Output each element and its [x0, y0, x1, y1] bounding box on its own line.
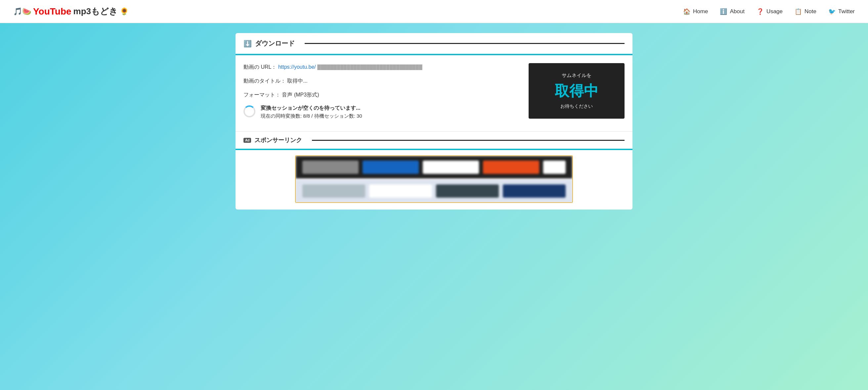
home-icon: 🏠: [683, 8, 690, 15]
sponsor-section-header: Ad スポンサーリンク: [236, 131, 632, 150]
ad-block-1: [302, 161, 359, 174]
title-label: 動画のタイトル：: [244, 78, 286, 84]
download-section-title: ダウンロード: [255, 39, 295, 48]
logo-icon-right: 🌻: [120, 7, 129, 16]
nav-home[interactable]: 🏠 Home: [683, 8, 708, 15]
nav-usage[interactable]: ❓ Usage: [756, 8, 783, 15]
title-value: 取得中...: [287, 78, 307, 84]
nav-note-label: Note: [805, 8, 816, 15]
waiting-detail: 現在の同時変換数: 8/8 / 待機セッション数: 30: [261, 113, 362, 119]
url-row: 動画の URL： https://youtu.be/ █████████████…: [244, 63, 522, 71]
logo: 🎵🍉 YouTube mp3もどき 🌻: [13, 6, 129, 17]
ad-block-6: [302, 185, 365, 198]
nav-about[interactable]: ℹ️ About: [720, 8, 744, 15]
loading-spinner: [244, 105, 255, 117]
url-label: 動画の URL：: [244, 64, 277, 70]
download-section-header: ⬇️ ダウンロード: [236, 33, 632, 55]
note-icon: 📋: [795, 8, 802, 15]
format-value: 音声 (MP3形式): [282, 92, 319, 98]
nav-about-label: About: [730, 8, 744, 15]
url-blurred: ████████████████████████████████: [317, 64, 422, 70]
nav-twitter-label: Twitter: [838, 8, 855, 15]
about-icon: ℹ️: [720, 8, 727, 15]
nav-twitter[interactable]: 🐦 Twitter: [828, 8, 855, 15]
logo-sub: mp3もどき: [73, 6, 118, 17]
main-nav: 🏠 Home ℹ️ About ❓ Usage 📋 Note 🐦 Twitter: [683, 8, 855, 15]
ad-block-4: [483, 161, 539, 174]
ad-row-2: [296, 180, 572, 202]
content-card: ⬇️ ダウンロード 動画の URL： https://youtu.be/ ███…: [236, 33, 632, 209]
main-wrapper: ⬇️ ダウンロード 動画の URL： https://youtu.be/ ███…: [0, 23, 868, 220]
thumbnail-main-text: 取得中: [555, 81, 598, 101]
sponsor-divider: [312, 140, 624, 141]
section-divider: [305, 43, 624, 44]
ad-container[interactable]: [295, 155, 573, 203]
logo-icon-left: 🎵🍉: [13, 7, 31, 16]
usage-icon: ❓: [756, 8, 764, 15]
thumbnail-wait-text: お待ちください: [560, 103, 593, 109]
url-value[interactable]: https://youtu.be/: [278, 64, 316, 70]
download-details: 動画の URL： https://youtu.be/ █████████████…: [244, 63, 522, 126]
header: 🎵🍉 YouTube mp3もどき 🌻 🏠 Home ℹ️ About ❓ Us…: [0, 0, 868, 23]
download-info: 動画の URL： https://youtu.be/ █████████████…: [236, 55, 632, 131]
thumbnail-subtitle: サムネイルを: [562, 72, 591, 79]
format-label: フォーマット：: [244, 92, 280, 98]
thumbnail-box: サムネイルを 取得中 お待ちください: [529, 63, 624, 119]
ad-block-8: [436, 185, 499, 198]
sponsor-title: スポンサーリンク: [254, 136, 302, 144]
ad-inner: [296, 156, 572, 202]
ad-block-2: [363, 161, 419, 174]
nav-usage-label: Usage: [767, 8, 783, 15]
title-row: 動画のタイトル： 取得中...: [244, 77, 522, 85]
ad-badge: Ad: [244, 138, 251, 143]
format-row: フォーマット： 音声 (MP3形式): [244, 91, 522, 99]
twitter-icon: 🐦: [828, 8, 836, 15]
ad-block-3: [423, 161, 479, 174]
ad-area: [236, 150, 632, 209]
nav-home-label: Home: [693, 8, 708, 15]
waiting-title: 変換セッションが空くのを待っています...: [261, 105, 362, 112]
waiting-area: 変換セッションが空くのを待っています... 現在の同時変換数: 8/8 / 待機…: [244, 105, 522, 121]
ad-block-5: [543, 161, 566, 174]
waiting-text: 変換セッションが空くのを待っています... 現在の同時変換数: 8/8 / 待機…: [261, 105, 362, 121]
logo-youtube: YouTube: [33, 6, 71, 17]
nav-note[interactable]: 📋 Note: [795, 8, 816, 15]
ad-block-7: [369, 185, 432, 198]
download-icon: ⬇️: [244, 40, 252, 47]
ad-block-9: [503, 185, 566, 198]
ad-row-1: [296, 156, 572, 178]
